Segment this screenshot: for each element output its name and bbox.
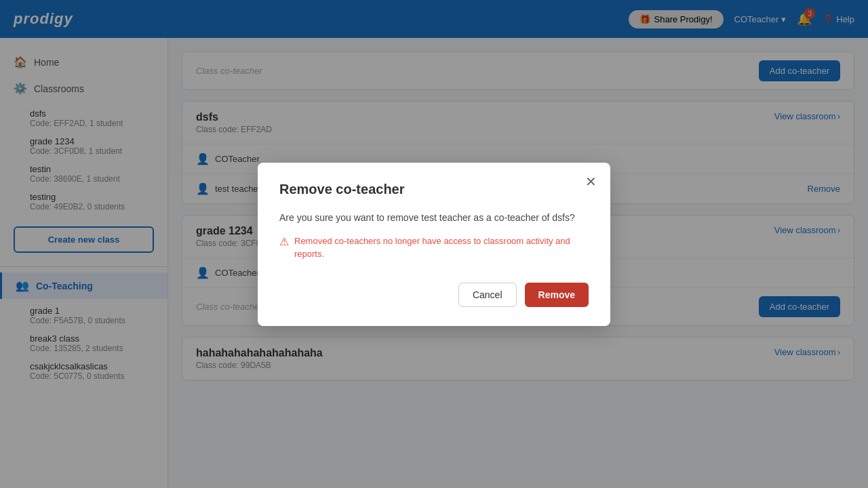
modal-title: Remove co-teacher	[279, 182, 589, 197]
modal-question: Are you sure you want to remove test tea…	[279, 211, 589, 225]
modal-actions: Cancel Remove	[279, 283, 589, 307]
modal-warning: ⚠ Removed co-teachers no longer have acc…	[279, 235, 589, 261]
modal-cancel-button[interactable]: Cancel	[458, 283, 517, 307]
modal-remove-button[interactable]: Remove	[525, 283, 589, 307]
remove-coteacher-modal: Remove co-teacher ✕ Are you sure you wan…	[258, 163, 610, 326]
modal-warning-text: Removed co-teachers no longer have acces…	[294, 235, 589, 261]
warning-icon: ⚠	[279, 235, 289, 248]
modal-close-button[interactable]: ✕	[585, 174, 597, 190]
modal-overlay: Remove co-teacher ✕ Are you sure you wan…	[0, 0, 868, 488]
